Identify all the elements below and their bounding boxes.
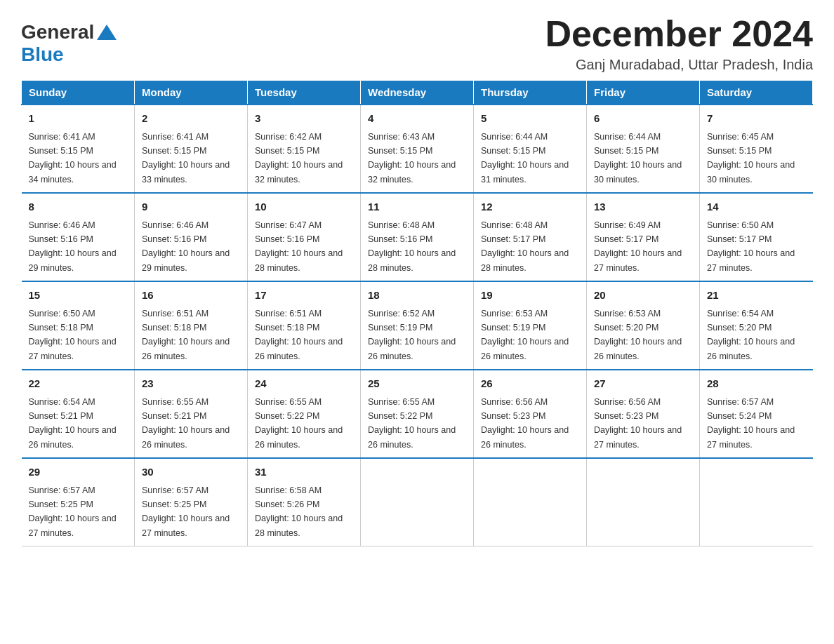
week-row-5: 29 Sunrise: 6:57 AMSunset: 5:25 PMDaylig… <box>22 458 813 546</box>
calendar-cell: 27 Sunrise: 6:56 AMSunset: 5:23 PMDaylig… <box>587 370 700 458</box>
col-header-tuesday: Tuesday <box>248 81 361 105</box>
calendar-cell: 16 Sunrise: 6:51 AMSunset: 5:18 PMDaylig… <box>135 281 248 370</box>
day-info: Sunrise: 6:57 AMSunset: 5:24 PMDaylight:… <box>707 397 795 450</box>
day-info: Sunrise: 6:58 AMSunset: 5:26 PMDaylight:… <box>255 485 343 538</box>
calendar-cell: 25 Sunrise: 6:55 AMSunset: 5:22 PMDaylig… <box>361 370 474 458</box>
calendar-cell: 19 Sunrise: 6:53 AMSunset: 5:19 PMDaylig… <box>474 281 587 370</box>
day-number: 28 <box>707 376 806 392</box>
day-info: Sunrise: 6:54 AMSunset: 5:20 PMDaylight:… <box>707 309 795 361</box>
day-info: Sunrise: 6:46 AMSunset: 5:16 PMDaylight:… <box>29 220 117 273</box>
day-number: 22 <box>29 376 128 392</box>
calendar-cell: 24 Sunrise: 6:55 AMSunset: 5:22 PMDaylig… <box>248 370 361 458</box>
day-number: 26 <box>481 376 579 392</box>
day-info: Sunrise: 6:49 AMSunset: 5:17 PMDaylight:… <box>594 220 682 273</box>
day-number: 16 <box>142 288 240 304</box>
day-number: 8 <box>29 199 128 215</box>
calendar-cell: 13 Sunrise: 6:49 AMSunset: 5:17 PMDaylig… <box>587 193 700 281</box>
calendar-header-row: SundayMondayTuesdayWednesdayThursdayFrid… <box>22 81 813 105</box>
day-info: Sunrise: 6:48 AMSunset: 5:17 PMDaylight:… <box>481 220 569 273</box>
calendar-cell: 10 Sunrise: 6:47 AMSunset: 5:16 PMDaylig… <box>248 193 361 281</box>
day-number: 27 <box>594 376 692 392</box>
calendar-cell: 29 Sunrise: 6:57 AMSunset: 5:25 PMDaylig… <box>22 458 135 546</box>
day-number: 23 <box>142 376 240 392</box>
logo-triangle-icon <box>97 25 117 40</box>
col-header-wednesday: Wednesday <box>361 81 474 105</box>
col-header-friday: Friday <box>587 81 700 105</box>
calendar-cell: 18 Sunrise: 6:52 AMSunset: 5:19 PMDaylig… <box>361 281 474 370</box>
calendar-cell: 30 Sunrise: 6:57 AMSunset: 5:25 PMDaylig… <box>135 458 248 546</box>
day-info: Sunrise: 6:41 AMSunset: 5:15 PMDaylight:… <box>29 132 117 185</box>
day-info: Sunrise: 6:56 AMSunset: 5:23 PMDaylight:… <box>594 397 682 450</box>
day-info: Sunrise: 6:57 AMSunset: 5:25 PMDaylight:… <box>29 485 117 538</box>
day-info: Sunrise: 6:52 AMSunset: 5:19 PMDaylight:… <box>368 309 456 361</box>
day-number: 1 <box>29 111 128 127</box>
calendar-cell: 26 Sunrise: 6:56 AMSunset: 5:23 PMDaylig… <box>474 370 587 458</box>
calendar-cell: 7 Sunrise: 6:45 AMSunset: 5:15 PMDayligh… <box>700 105 813 193</box>
calendar-cell: 23 Sunrise: 6:55 AMSunset: 5:21 PMDaylig… <box>135 370 248 458</box>
month-title: December 2024 <box>545 14 813 54</box>
calendar-cell: 12 Sunrise: 6:48 AMSunset: 5:17 PMDaylig… <box>474 193 587 281</box>
day-info: Sunrise: 6:53 AMSunset: 5:19 PMDaylight:… <box>481 309 569 361</box>
calendar-cell: 2 Sunrise: 6:41 AMSunset: 5:15 PMDayligh… <box>135 105 248 193</box>
calendar-cell: 6 Sunrise: 6:44 AMSunset: 5:15 PMDayligh… <box>587 105 700 193</box>
calendar-cell: 9 Sunrise: 6:46 AMSunset: 5:16 PMDayligh… <box>135 193 248 281</box>
calendar-cell: 3 Sunrise: 6:42 AMSunset: 5:15 PMDayligh… <box>248 105 361 193</box>
day-number: 20 <box>594 288 692 304</box>
day-number: 31 <box>255 464 353 481</box>
day-info: Sunrise: 6:56 AMSunset: 5:23 PMDaylight:… <box>481 397 569 450</box>
day-number: 5 <box>481 111 579 127</box>
calendar-cell: 11 Sunrise: 6:48 AMSunset: 5:16 PMDaylig… <box>361 193 474 281</box>
day-number: 7 <box>707 111 806 127</box>
day-info: Sunrise: 6:55 AMSunset: 5:22 PMDaylight:… <box>255 397 343 450</box>
calendar-cell: 28 Sunrise: 6:57 AMSunset: 5:24 PMDaylig… <box>700 370 813 458</box>
calendar-body: 1 Sunrise: 6:41 AMSunset: 5:15 PMDayligh… <box>22 105 813 546</box>
week-row-3: 15 Sunrise: 6:50 AMSunset: 5:18 PMDaylig… <box>22 281 813 370</box>
calendar-cell <box>361 458 474 546</box>
calendar-table: SundayMondayTuesdayWednesdayThursdayFrid… <box>21 80 813 546</box>
day-info: Sunrise: 6:48 AMSunset: 5:16 PMDaylight:… <box>368 220 456 273</box>
calendar-cell <box>587 458 700 546</box>
week-row-4: 22 Sunrise: 6:54 AMSunset: 5:21 PMDaylig… <box>22 370 813 458</box>
day-number: 24 <box>255 376 353 392</box>
day-number: 2 <box>142 111 240 127</box>
calendar-cell: 14 Sunrise: 6:50 AMSunset: 5:17 PMDaylig… <box>700 193 813 281</box>
day-info: Sunrise: 6:55 AMSunset: 5:22 PMDaylight:… <box>368 397 456 450</box>
day-number: 3 <box>255 111 353 127</box>
day-info: Sunrise: 6:50 AMSunset: 5:17 PMDaylight:… <box>707 220 795 273</box>
day-number: 6 <box>594 111 692 127</box>
calendar-cell: 15 Sunrise: 6:50 AMSunset: 5:18 PMDaylig… <box>22 281 135 370</box>
day-number: 25 <box>368 376 466 392</box>
day-number: 9 <box>142 199 240 215</box>
calendar-cell <box>700 458 813 546</box>
day-number: 14 <box>707 199 806 215</box>
header: General Blue December 2024 Ganj Muradaba… <box>21 14 813 73</box>
day-number: 19 <box>481 288 579 304</box>
day-info: Sunrise: 6:41 AMSunset: 5:15 PMDaylight:… <box>142 132 230 185</box>
calendar-cell: 8 Sunrise: 6:46 AMSunset: 5:16 PMDayligh… <box>22 193 135 281</box>
calendar-cell: 4 Sunrise: 6:43 AMSunset: 5:15 PMDayligh… <box>361 105 474 193</box>
calendar-header: SundayMondayTuesdayWednesdayThursdayFrid… <box>22 81 813 105</box>
day-info: Sunrise: 6:51 AMSunset: 5:18 PMDaylight:… <box>255 309 343 361</box>
week-row-1: 1 Sunrise: 6:41 AMSunset: 5:15 PMDayligh… <box>22 105 813 193</box>
day-number: 18 <box>368 288 466 304</box>
logo-blue-text: Blue <box>21 43 64 66</box>
day-number: 11 <box>368 199 466 215</box>
col-header-sunday: Sunday <box>22 81 135 105</box>
calendar-cell: 5 Sunrise: 6:44 AMSunset: 5:15 PMDayligh… <box>474 105 587 193</box>
day-info: Sunrise: 6:53 AMSunset: 5:20 PMDaylight:… <box>594 309 682 361</box>
calendar-cell: 17 Sunrise: 6:51 AMSunset: 5:18 PMDaylig… <box>248 281 361 370</box>
logo: General Blue <box>21 21 117 66</box>
col-header-saturday: Saturday <box>700 81 813 105</box>
calendar-cell: 20 Sunrise: 6:53 AMSunset: 5:20 PMDaylig… <box>587 281 700 370</box>
day-info: Sunrise: 6:57 AMSunset: 5:25 PMDaylight:… <box>142 485 230 538</box>
day-number: 30 <box>142 464 240 481</box>
col-header-thursday: Thursday <box>474 81 587 105</box>
day-info: Sunrise: 6:45 AMSunset: 5:15 PMDaylight:… <box>707 132 795 185</box>
location-text: Ganj Muradabad, Uttar Pradesh, India <box>545 57 813 73</box>
day-info: Sunrise: 6:51 AMSunset: 5:18 PMDaylight:… <box>142 309 230 361</box>
logo-general-text: General <box>21 21 94 43</box>
day-number: 12 <box>481 199 579 215</box>
day-number: 15 <box>29 288 128 304</box>
day-number: 17 <box>255 288 353 304</box>
day-number: 21 <box>707 288 806 304</box>
